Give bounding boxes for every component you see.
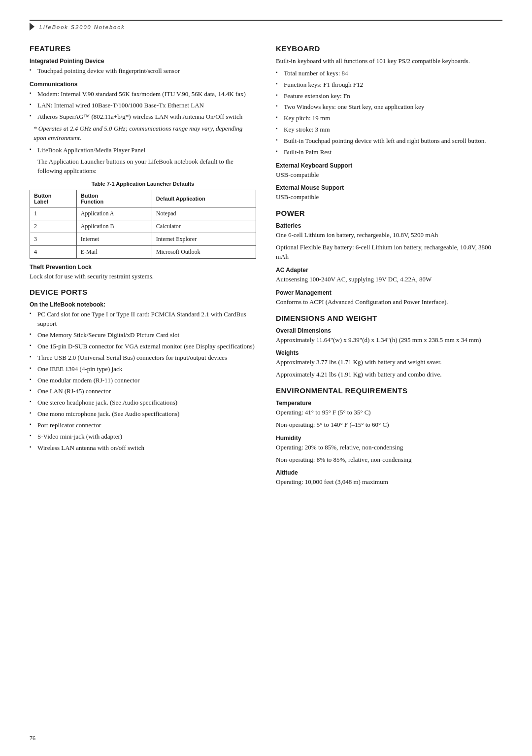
- ac-adapter-title: AC Adapter: [276, 267, 502, 274]
- list-item: Three USB 2.0 (Universal Serial Bus) con…: [30, 353, 256, 363]
- table-cell: Microsoft Outlook: [152, 245, 256, 258]
- app-launcher-text: The Application Launcher buttons on your…: [37, 157, 256, 176]
- temperature-text2: Non-operating: 5° to 140° F (–15° to 60°…: [276, 420, 502, 430]
- batteries-title: Batteries: [276, 222, 502, 229]
- power-title: Power: [276, 209, 502, 217]
- list-item: Function keys: F1 through F12: [276, 80, 502, 90]
- keyboard-title: Keyboard: [276, 44, 502, 53]
- keyboard-list: Total number of keys: 84Function keys: F…: [276, 69, 502, 157]
- list-item: Port replicator connector: [30, 421, 256, 430]
- communications-list: Modem: Internal V.90 standard 56K fax/mo…: [30, 90, 256, 122]
- list-item: Touchpad pointing device with fingerprin…: [30, 67, 256, 76]
- application-launcher-table: ButtonLabel ButtonFunction Default Appli…: [30, 190, 256, 259]
- two-column-layout: Features Integrated Pointing Device Touc…: [30, 44, 502, 494]
- table-cell: E-Mail: [76, 245, 152, 258]
- theft-prevention-text: Lock slot for use with security restrain…: [30, 272, 256, 281]
- list-item: LAN: Internal wired 10Base-T/100/1000 Ba…: [30, 101, 256, 110]
- ac-adapter-block: AC Adapter Autosensing 100-240V AC, supp…: [276, 267, 502, 284]
- features-title: Features: [30, 44, 256, 53]
- power-management-title: Power Management: [276, 289, 502, 296]
- overall-dimensions-text: Approximately 11.64"(w) x 9.39"(d) x 1.3…: [276, 336, 502, 345]
- right-column: Keyboard Built-in keyboard with all func…: [276, 44, 502, 494]
- device-ports-list: PC Card slot for one Type I or Type II c…: [30, 310, 256, 452]
- table-cell: Application A: [76, 207, 152, 220]
- altitude-text: Operating: 10,000 feet (3,048 m) maximum: [276, 478, 502, 487]
- integrated-pointing-title: Integrated Pointing Device: [30, 58, 256, 65]
- list-item: LifeBook Application/Media Player Panel: [30, 146, 256, 155]
- list-item: One 15-pin D-SUB connector for VGA exter…: [30, 342, 256, 351]
- page: LifeBook S2000 Notebook Features Integra…: [0, 0, 532, 756]
- list-item: Built-in Palm Rest: [276, 148, 502, 157]
- dimensions-title: Dimensions and Weight: [276, 314, 502, 322]
- list-item: Key stroke: 3 mm: [276, 125, 502, 135]
- list-item: One mono microphone jack. (See Audio spe…: [30, 410, 256, 419]
- table-body: 1Application ANotepad2Application BCalcu…: [30, 207, 256, 258]
- list-item: PC Card slot for one Type I or Type II c…: [30, 310, 256, 329]
- list-item: Two Windows keys: one Start key, one app…: [276, 103, 502, 112]
- header-title: LifeBook S2000 Notebook: [39, 24, 125, 30]
- col-header-button-function: ButtonFunction: [76, 190, 152, 207]
- power-section: Power Batteries One 6-cell Lithium ion b…: [276, 209, 502, 307]
- list-item: One Memory Stick/Secure Digital/xD Pictu…: [30, 331, 256, 340]
- table-row: 2Application BCalculator: [30, 220, 256, 233]
- humidity-text2: Non-operating: 8% to 85%, relative, non-…: [276, 455, 502, 465]
- external-mouse-title: External Mouse Support: [276, 184, 502, 191]
- list-item: One IEEE 1394 (4-pin type) jack: [30, 365, 256, 374]
- list-item: S-Video mini-jack (with adapter): [30, 432, 256, 442]
- weights-text1: Approximately 3.77 lbs (1.71 Kg) with ba…: [276, 358, 502, 367]
- external-mouse-block: External Mouse Support USB-compatible: [276, 184, 502, 202]
- table-cell: 2: [30, 220, 77, 233]
- weights-title: Weights: [276, 349, 502, 356]
- temperature-text1: Operating: 41° to 95° F (5° to 35° C): [276, 408, 502, 417]
- ac-adapter-text: Autosensing 100-240V AC, supplying 19V D…: [276, 275, 502, 284]
- list-item: One stereo headphone jack. (See Audio sp…: [30, 398, 256, 408]
- keyboard-section: Keyboard Built-in keyboard with all func…: [276, 44, 502, 202]
- list-item: One modular modem (RJ-11) connector: [30, 376, 256, 385]
- power-management-block: Power Management Conforms to ACPI (Advan…: [276, 289, 502, 307]
- table-row: 1Application ANotepad: [30, 207, 256, 220]
- batteries-text2: Optional Flexible Bay battery: 6-cell Li…: [276, 243, 502, 262]
- external-mouse-text: USB-compatible: [276, 193, 502, 202]
- table-cell: 3: [30, 233, 77, 245]
- table-cell: Internet: [76, 233, 152, 245]
- device-ports-section: Device Ports On the LifeBook notebook: P…: [30, 288, 256, 452]
- device-ports-title: Device Ports: [30, 288, 256, 296]
- features-section: Features Integrated Pointing Device Touc…: [30, 44, 256, 281]
- list-item: One LAN (RJ-45) connector: [30, 387, 256, 396]
- theft-prevention-title: Theft Prevention Lock: [30, 264, 256, 271]
- list-item: Modem: Internal V.90 standard 56K fax/mo…: [30, 90, 256, 99]
- italic-note: * Operates at 2.4 GHz and 5.0 GHz; commu…: [33, 124, 256, 143]
- table-cell: Notepad: [152, 207, 256, 220]
- col-header-button-label: ButtonLabel: [30, 190, 77, 207]
- header-triangle-icon: [30, 23, 34, 31]
- left-column: Features Integrated Pointing Device Touc…: [30, 44, 256, 494]
- col-header-default-application: Default Application: [152, 190, 256, 207]
- temperature-title: Temperature: [276, 400, 502, 407]
- communications-title: Communications: [30, 81, 256, 88]
- list-item: Total number of keys: 84: [276, 69, 502, 78]
- external-keyboard-text: USB-compatible: [276, 171, 502, 180]
- page-number: 76: [30, 735, 35, 741]
- dimensions-section: Dimensions and Weight Overall Dimensions…: [276, 314, 502, 380]
- table-cell: Application B: [76, 220, 152, 233]
- table-cell: Calculator: [152, 220, 256, 233]
- list-item: Wireless LAN antenna with on/off switch: [30, 444, 256, 453]
- list-item: Atheros SuperAG™ (802.11a+b/g*) wireless…: [30, 112, 256, 122]
- overall-dimensions-title: Overall Dimensions: [276, 327, 502, 334]
- on-lifebook-title: On the LifeBook notebook:: [30, 301, 256, 308]
- external-keyboard-block: External Keyboard Support USB-compatible: [276, 162, 502, 180]
- integrated-pointing-list: Touchpad pointing device with fingerprin…: [30, 67, 256, 76]
- header-bar: LifeBook S2000 Notebook: [30, 20, 502, 35]
- power-management-text: Conforms to ACPI (Advanced Configuration…: [276, 298, 502, 307]
- list-item: Feature extension key: Fn: [276, 92, 502, 101]
- humidity-text1: Operating: 20% to 85%, relative, non-con…: [276, 443, 502, 452]
- external-keyboard-title: External Keyboard Support: [276, 162, 502, 169]
- batteries-text1: One 6-cell Lithium ion battery, recharge…: [276, 231, 502, 240]
- altitude-block: Altitude Operating: 10,000 feet (3,048 m…: [276, 469, 502, 487]
- list-item: Key pitch: 19 mm: [276, 114, 502, 123]
- list-item: Built-in Touchpad pointing device with l…: [276, 137, 502, 146]
- weights-text2: Approximately 4.21 lbs (1.91 Kg) with ba…: [276, 370, 502, 379]
- environmental-title: Environmental Requirements: [276, 386, 502, 395]
- table-header-row: ButtonLabel ButtonFunction Default Appli…: [30, 190, 256, 207]
- table-row: 4E-MailMicrosoft Outlook: [30, 245, 256, 258]
